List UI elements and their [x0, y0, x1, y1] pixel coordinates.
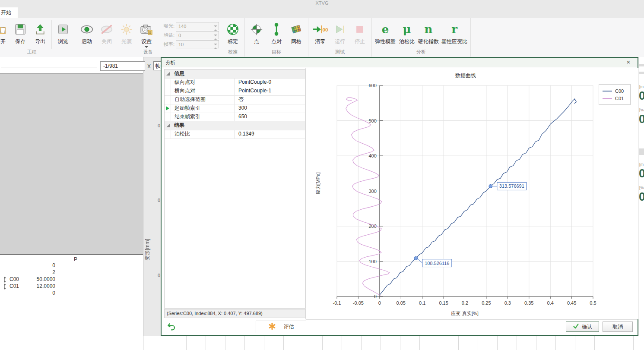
legend-line-sample: [603, 91, 612, 91]
point-pair-icon: [272, 21, 281, 38]
section-header-result[interactable]: 结果: [165, 121, 305, 130]
spinner-down-icon[interactable]: [214, 35, 218, 38]
run-button[interactable]: 运行: [330, 20, 350, 49]
camera-off-button[interactable]: 关闭: [97, 20, 117, 49]
property-row: 自动选择范围 否: [165, 95, 305, 104]
property-label: 纵向点对: [171, 78, 235, 87]
undo-icon[interactable]: [167, 322, 176, 331]
export-button[interactable]: 导出: [30, 20, 50, 49]
camera-settings-button[interactable]: 设置: [136, 20, 156, 49]
svg-text:400: 400: [368, 153, 376, 158]
property-value[interactable]: PointCouple-0: [235, 78, 305, 87]
confirm-button[interactable]: 确认: [566, 322, 599, 332]
ribbon-group-label: 目标: [245, 49, 308, 55]
letter-mu-button[interactable]: μ泊松比: [397, 20, 417, 49]
browse-button[interactable]: 浏览: [51, 20, 73, 49]
readout-band: [639, 72, 644, 74]
series-C01-line: [346, 98, 390, 296]
list-row[interactable]: 0: [0, 262, 143, 269]
stop-button[interactable]: 停止: [350, 20, 370, 49]
property-value[interactable]: 650: [235, 113, 305, 121]
device-field-row: 增益:0: [160, 31, 219, 39]
property-label: 泊松比: [171, 130, 235, 139]
button-label: 浏览: [58, 38, 68, 45]
device-fields: 曝光:140增益:0帧率:10: [160, 22, 219, 48]
ribbon-tab-row: 开始: [0, 7, 644, 18]
measurement-list: P 0 2 C00 50.0000 C01 12.0000 0: [0, 254, 143, 306]
list-row[interactable]: C01 12.0000: [0, 283, 143, 290]
list-row[interactable]: 2: [0, 269, 143, 276]
save-icon: [14, 21, 26, 38]
zero-button[interactable]: 00清零: [310, 20, 330, 49]
button-label: 打开: [0, 38, 6, 45]
evaluate-button[interactable]: 评估: [256, 321, 306, 333]
property-row: 泊松比 0.1349: [165, 130, 305, 139]
svg-text:0.05: 0.05: [397, 300, 406, 306]
ribbon-group: 点点对网格目标: [245, 18, 308, 57]
svg-text:200: 200: [368, 224, 376, 229]
list-row[interactable]: 0: [0, 290, 143, 297]
letter-n-button[interactable]: n硬化指数: [417, 20, 440, 49]
dialog-title: 分析: [162, 58, 638, 67]
property-row: 结束帧索引 650: [165, 113, 305, 122]
legend-label: C01: [615, 96, 624, 101]
close-icon[interactable]: ×: [625, 58, 632, 66]
folder-open-button[interactable]: 打开: [0, 20, 10, 49]
frame-slider[interactable]: [1, 67, 97, 67]
stop-icon: [354, 21, 366, 38]
point-pair-button[interactable]: 点对: [266, 20, 286, 49]
calibrate-button[interactable]: 标定: [223, 20, 243, 49]
tab-start[interactable]: 开始: [0, 7, 18, 18]
button-label: 网格: [291, 38, 301, 45]
field-spinner[interactable]: 140: [176, 22, 219, 30]
svg-text:0.5: 0.5: [590, 300, 596, 306]
readout-band: [639, 148, 644, 155]
table-grid-lines: [167, 336, 644, 350]
eye-start-button[interactable]: 启动: [77, 20, 97, 49]
section-header-info[interactable]: 信息: [165, 69, 305, 79]
ribbon-group-label: 测试: [308, 49, 371, 55]
svg-text:500: 500: [368, 118, 376, 123]
folder-open-icon: [0, 21, 7, 38]
cancel-button[interactable]: 取消: [603, 322, 633, 332]
legend-entry-C01: C01: [603, 96, 630, 101]
button-label: 设置: [141, 38, 152, 45]
letter-e-button[interactable]: e弹性模量: [374, 20, 397, 49]
field-spinner[interactable]: 0: [176, 31, 219, 39]
status-bar: (Series:C00, Index:884, X: 0.407, Y: 497…: [164, 309, 305, 318]
window-title: XTVG: [0, 0, 644, 7]
readout-panel: [m 0 [% 0 [m 0 [% 0: [639, 57, 644, 350]
field-spinner[interactable]: 10: [176, 40, 219, 48]
svg-text:0.45: 0.45: [567, 300, 576, 306]
point-icon: [250, 21, 263, 38]
current-row-arrow-icon: [166, 106, 169, 110]
property-value[interactable]: 0.1349: [235, 130, 305, 139]
collapse-icon: [166, 72, 170, 76]
list-row[interactable]: C00 50.0000: [0, 276, 143, 283]
save-button[interactable]: 保存: [10, 20, 30, 49]
svg-text:0.4: 0.4: [547, 300, 554, 306]
ribbon-group-label: 设备: [75, 49, 221, 55]
property-value[interactable]: 300: [235, 104, 305, 113]
check-icon: [573, 323, 579, 331]
property-value[interactable]: PointCouple-1: [235, 87, 305, 95]
letter-r-button[interactable]: r塑性应变比: [440, 20, 469, 49]
frame-counter-input[interactable]: [100, 61, 145, 71]
spinner-down-icon[interactable]: [214, 26, 218, 29]
button-label: 启动: [82, 38, 92, 45]
legend-label: C00: [615, 88, 624, 94]
axis-x-button[interactable]: X: [146, 63, 152, 70]
svg-text:0: 0: [378, 300, 381, 306]
light-source-button[interactable]: 光源: [117, 20, 136, 49]
ribbon-group: 标定校准: [221, 18, 245, 57]
point-button[interactable]: 点: [247, 20, 266, 49]
mesh-button[interactable]: 网格: [286, 20, 306, 49]
export-icon: [34, 21, 46, 38]
button-label: 点: [254, 38, 259, 45]
property-label: 起始帧索引: [171, 104, 235, 113]
property-value[interactable]: 否: [235, 95, 305, 104]
spinner-down-icon[interactable]: [214, 44, 218, 47]
chart-legend: C00C01: [599, 84, 631, 105]
button-label: 关闭: [102, 38, 112, 45]
readout-unit: [m: [639, 85, 644, 89]
